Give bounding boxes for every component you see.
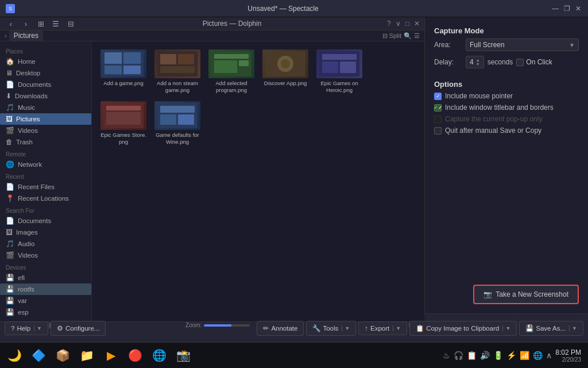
- sidebar-item-rootfs[interactable]: 💾 rootfs: [0, 283, 91, 295]
- list-item[interactable]: Discover App.png: [260, 47, 311, 97]
- svg-rect-1: [105, 52, 122, 64]
- dolphin-maximize-icon[interactable]: □: [405, 20, 409, 28]
- bluetooth-icon[interactable]: ⚡: [506, 351, 516, 360]
- sidebar-item-label: Network: [18, 161, 42, 168]
- sidebar-item-network[interactable]: 🌐 Network: [0, 159, 91, 170]
- taskbar-app-spectacle[interactable]: 📸: [172, 344, 194, 366]
- split-button[interactable]: ⊟ Split: [382, 32, 401, 40]
- trash-icon: 🗑: [6, 138, 13, 146]
- taskbar-app-files[interactable]: 📁: [76, 344, 98, 366]
- taskbar-app-blue[interactable]: 🔷: [28, 344, 49, 366]
- list-item[interactable]: Add selected program.png: [206, 47, 257, 97]
- on-click-checkbox[interactable]: [516, 59, 524, 66]
- taskbar-app-moon[interactable]: 🌙: [3, 344, 25, 366]
- spinner-up-icon[interactable]: ▲: [476, 58, 480, 62]
- up-icon[interactable]: ∧: [546, 351, 552, 360]
- delay-spinner[interactable]: 4 ▲ ▼: [466, 56, 484, 68]
- tools-label: Tools: [323, 325, 338, 332]
- sidebar-item-label: Audio: [18, 240, 34, 247]
- wifi-icon[interactable]: 📶: [520, 351, 529, 360]
- headset-icon[interactable]: 🎧: [454, 351, 463, 360]
- configure-button[interactable]: ⚙ Configure...: [51, 321, 106, 336]
- sidebar-item-search-images[interactable]: 🖼 Images: [0, 227, 91, 238]
- sidebar-item-efi[interactable]: 💾 efi: [0, 272, 91, 283]
- include-titlebar-row: ✓ Include window titlebar and borders: [434, 103, 579, 112]
- list-item[interactable]: Epic Games on Heroic.png: [314, 47, 365, 97]
- tools-button[interactable]: 🔧 Tools ▼: [306, 321, 356, 336]
- minimize-button[interactable]: —: [551, 5, 559, 13]
- sidebar-item-desktop[interactable]: 🖥 Desktop: [0, 67, 91, 79]
- annotate-button[interactable]: ✏ Annotate: [257, 321, 304, 336]
- file-thumbnail: [262, 49, 308, 78]
- sidebar-item-music[interactable]: 🎵 Music: [0, 102, 91, 113]
- view-details-button[interactable]: ⊟: [64, 17, 77, 30]
- capture-popup-checkbox[interactable]: [434, 116, 442, 123]
- sidebar-item-downloads[interactable]: ⬇ Downloads: [0, 90, 91, 102]
- taskbar-app-browser[interactable]: 🌐: [148, 344, 170, 366]
- battery-icon[interactable]: 🔋: [493, 351, 503, 360]
- recent-label: Recent: [0, 170, 91, 181]
- close-button[interactable]: ✕: [574, 5, 582, 13]
- view-icons-button[interactable]: ⊞: [34, 17, 47, 30]
- include-titlebar-checkbox[interactable]: ✓: [434, 104, 442, 112]
- dolphin-close-icon[interactable]: ✕: [414, 20, 420, 28]
- area-select[interactable]: Full Screen ▼: [466, 39, 579, 51]
- search-images-icon: 🖼: [6, 228, 13, 236]
- maximize-button[interactable]: ❐: [563, 5, 571, 13]
- sidebar-item-label: rootfs: [18, 286, 34, 293]
- svg-rect-21: [106, 106, 141, 110]
- sidebar-item-label: Recent Files: [18, 183, 55, 190]
- dolphin-help-icon[interactable]: ?: [387, 20, 391, 28]
- sidebar-item-trash[interactable]: 🗑 Trash: [0, 136, 91, 148]
- videos-icon: 🎬: [6, 126, 14, 135]
- sidebar-item-recent-files[interactable]: 📄 Recent Files: [0, 181, 91, 193]
- taskbar-app-package[interactable]: 📦: [52, 344, 74, 366]
- taskbar-app-red[interactable]: 🔴: [124, 344, 146, 366]
- sidebar-item-pictures[interactable]: 🖼 Pictures: [0, 113, 91, 125]
- zoom-slider[interactable]: [204, 324, 250, 327]
- list-item[interactable]: Add a non steam game.png: [152, 47, 203, 97]
- sidebar-item-documents[interactable]: 📄 Documents: [0, 79, 91, 90]
- svg-rect-7: [178, 54, 194, 64]
- copy-image-button[interactable]: 📋 Copy Image to Clipboard ▼: [409, 321, 517, 336]
- volume-icon[interactable]: 🔊: [480, 351, 490, 360]
- sidebar-item-recent-locations[interactable]: 📍 Recent Locations: [0, 193, 91, 204]
- sidebar-item-label: Videos: [18, 252, 38, 259]
- view-list-button[interactable]: ☰: [49, 17, 62, 30]
- sidebar-item-search-audio[interactable]: 🎵 Audio: [0, 238, 91, 250]
- spinner-down-icon[interactable]: ▼: [476, 62, 480, 66]
- help-dropdown-arrow: ▼: [34, 325, 42, 331]
- view-options-icon[interactable]: ☰: [414, 32, 420, 40]
- file-thumbnail: [316, 49, 362, 78]
- sidebar-item-var[interactable]: 💾 var: [0, 295, 91, 306]
- dolphin-minimize-icon[interactable]: ∨: [396, 20, 401, 28]
- sidebar-item-label: Desktop: [16, 70, 40, 76]
- take-screenshot-button[interactable]: 📷 Take a New Screenshot: [473, 285, 579, 304]
- help-button[interactable]: ? Help ▼: [5, 321, 48, 335]
- nav-forward-button[interactable]: ›: [20, 17, 32, 30]
- export-button[interactable]: ↑ Export ▼: [358, 321, 407, 335]
- sidebar-item-search-documents[interactable]: 📄 Documents: [0, 215, 91, 227]
- current-path[interactable]: Pictures: [9, 30, 43, 41]
- svg-rect-6: [160, 54, 176, 64]
- file-name: Epic Games Store. png: [100, 132, 147, 146]
- svg-rect-2: [123, 52, 141, 64]
- search-icon[interactable]: 🔍: [404, 32, 412, 40]
- var-icon: 💾: [6, 297, 14, 305]
- include-mouse-checkbox[interactable]: [434, 93, 442, 100]
- quit-after-checkbox[interactable]: [434, 127, 442, 135]
- list-item[interactable]: Game defaults for Wine.png: [152, 99, 203, 148]
- steam-icon[interactable]: ♨: [443, 351, 450, 360]
- list-item[interactable]: Epic Games Store. png: [98, 99, 149, 148]
- network-icon[interactable]: 🌐: [533, 351, 543, 360]
- nav-back-button[interactable]: ‹: [5, 17, 17, 30]
- sidebar-item-search-videos[interactable]: 🎬 Videos: [0, 250, 91, 261]
- sidebar-item-home[interactable]: 🏠 Home: [0, 56, 91, 67]
- clipboard-icon[interactable]: 📋: [467, 351, 477, 360]
- taskbar-app-music[interactable]: ▶: [100, 344, 122, 366]
- take-screenshot-label: Take a New Screenshot: [496, 290, 568, 298]
- sidebar-item-esp[interactable]: 💾 esp: [0, 306, 91, 318]
- list-item[interactable]: Add a game.png: [98, 47, 149, 97]
- sidebar-item-videos[interactable]: 🎬 Videos: [0, 125, 91, 136]
- save-as-button[interactable]: 💾 Save As... ▼: [519, 321, 583, 336]
